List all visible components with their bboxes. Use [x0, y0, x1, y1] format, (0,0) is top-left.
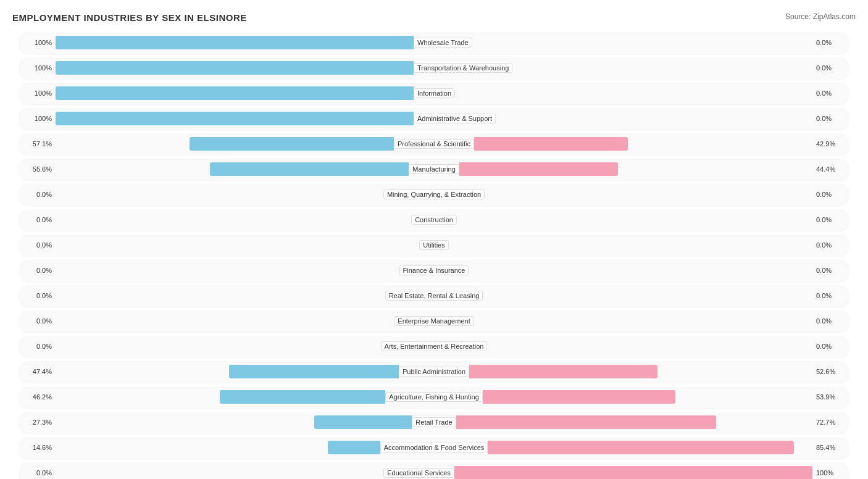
bar-row: 0.0%Enterprise Management0.0%: [19, 312, 849, 330]
female-pct-label: 72.7%: [812, 419, 849, 426]
industry-row: 27.3%Retail Trade72.7%: [19, 412, 849, 435]
page-container: EMPLOYMENT INDUSTRIES BY SEX IN ELSINORE…: [12, 12, 856, 479]
bars-area: Utilities: [56, 236, 812, 254]
female-pct-label: 53.9%: [812, 393, 849, 401]
male-bar: [56, 86, 414, 100]
bar-row: 0.0%Construction0.0%: [19, 210, 849, 229]
bars-area: Arts, Entertainment & Recreation: [56, 338, 812, 355]
male-bar: [210, 162, 409, 176]
female-pct-label: 44.4%: [812, 165, 849, 173]
female-pct-label: 0.0%: [812, 90, 849, 97]
bar-row: 55.6%Manufacturing44.4%: [19, 160, 849, 178]
bars-area: Transportation & Warehousing: [56, 59, 812, 77]
bars-area: Enterprise Management: [56, 312, 812, 330]
industry-name-label: Manufacturing: [409, 164, 459, 174]
industry-row: 47.4%Public Administration52.6%: [19, 361, 849, 384]
female-pct-label: 0.0%: [812, 241, 849, 249]
industry-row: 0.0%Mining, Quarrying, & Extraction0.0%: [19, 184, 849, 207]
female-bar: [456, 415, 717, 429]
female-pct-label: 42.9%: [812, 140, 849, 148]
male-pct-label: 0.0%: [19, 267, 56, 274]
female-pct-label: 0.0%: [812, 64, 849, 72]
female-bar: [483, 390, 676, 404]
male-pct-label: 100%: [19, 90, 56, 97]
industry-row: 0.0%Utilities0.0%: [19, 235, 849, 257]
chart-area: 100%Wholesale Trade0.0%100%Transportatio…: [12, 32, 856, 479]
industry-name-label: Utilities: [419, 240, 448, 250]
industry-name-label: Mining, Quarrying, & Extraction: [383, 190, 485, 199]
bars-area: Accommodation & Food Services: [56, 439, 812, 456]
bars-area: Public Administration: [56, 363, 812, 380]
male-pct-label: 0.0%: [19, 191, 56, 198]
bars-area: Agriculture, Fishing & Hunting: [56, 388, 812, 406]
male-pct-label: 46.2%: [19, 393, 56, 401]
bar-row: 14.6%Accommodation & Food Services85.4%: [19, 438, 849, 457]
chart-title: EMPLOYMENT INDUSTRIES BY SEX IN ELSINORE: [12, 12, 247, 23]
bars-area: Manufacturing: [56, 160, 812, 178]
industry-row: 46.2%Agriculture, Fishing & Hunting53.9%: [19, 386, 849, 409]
bar-row: 0.0%Educational Services100%: [19, 464, 849, 479]
male-pct-label: 55.6%: [19, 165, 56, 173]
bar-row: 100%Administrative & Support0.0%: [19, 109, 849, 128]
industry-row: 0.0%Enterprise Management0.0%: [19, 310, 849, 333]
bar-row: 0.0%Mining, Quarrying, & Extraction0.0%: [19, 185, 849, 204]
industry-name-label: Construction: [411, 215, 457, 225]
male-pct-label: 0.0%: [19, 469, 56, 477]
industry-name-label: Administrative & Support: [414, 114, 496, 123]
male-pct-label: 0.0%: [19, 216, 56, 223]
industry-row: 0.0%Finance & Insurance0.0%: [19, 260, 849, 283]
bars-area: Finance & Insurance: [56, 262, 812, 279]
female-pct-label: 0.0%: [812, 39, 849, 46]
male-pct-label: 0.0%: [19, 343, 56, 350]
bar-row: 27.3%Retail Trade72.7%: [19, 413, 849, 431]
bars-area: Wholesale Trade: [56, 34, 812, 51]
female-pct-label: 0.0%: [812, 267, 849, 274]
female-pct-label: 0.0%: [812, 292, 849, 299]
industry-row: 100%Transportation & Warehousing0.0%: [19, 57, 849, 80]
bar-row: 0.0%Utilities0.0%: [19, 236, 849, 254]
female-pct-label: 0.0%: [812, 115, 849, 122]
male-pct-label: 100%: [19, 115, 56, 122]
male-bar: [56, 112, 414, 125]
male-pct-label: 14.6%: [19, 444, 56, 451]
male-pct-label: 100%: [19, 39, 56, 46]
male-bar: [314, 415, 412, 429]
industry-name-label: Real Estate, Rental & Leasing: [385, 291, 483, 301]
industry-row: 100%Administrative & Support0.0%: [19, 108, 849, 131]
male-pct-label: 0.0%: [19, 241, 56, 249]
bars-area: Mining, Quarrying, & Extraction: [56, 186, 812, 203]
female-bar: [488, 441, 793, 454]
industry-row: 0.0%Real Estate, Rental & Leasing0.0%: [19, 285, 849, 308]
industry-name-label: Educational Services: [383, 468, 454, 478]
female-pct-label: 0.0%: [812, 317, 849, 325]
industry-row: 0.0%Educational Services100%: [19, 462, 849, 479]
industry-name-label: Transportation & Warehousing: [414, 63, 512, 73]
bar-row: 0.0%Real Estate, Rental & Leasing0.0%: [19, 286, 849, 305]
bars-area: Professional & Scientific: [56, 135, 812, 152]
male-pct-label: 47.4%: [19, 368, 56, 375]
female-bar: [454, 466, 812, 479]
bar-row: 57.1%Professional & Scientific42.9%: [19, 135, 849, 153]
bar-row: 0.0%Arts, Entertainment & Recreation0.0%: [19, 337, 849, 356]
industry-name-label: Retail Trade: [412, 417, 456, 427]
female-pct-label: 100%: [812, 469, 849, 477]
industry-name-label: Information: [414, 88, 455, 98]
industry-row: 0.0%Construction0.0%: [19, 209, 849, 232]
source-text: Source: ZipAtlas.com: [785, 12, 856, 21]
bar-row: 100%Information0.0%: [19, 84, 849, 102]
industry-name-label: Agriculture, Fishing & Hunting: [385, 392, 483, 402]
male-pct-label: 100%: [19, 64, 56, 72]
bar-row: 0.0%Finance & Insurance0.0%: [19, 261, 849, 280]
female-pct-label: 52.6%: [812, 368, 849, 375]
bar-row: 100%Wholesale Trade0.0%: [19, 33, 849, 52]
industry-row: 100%Wholesale Trade0.0%: [19, 32, 849, 55]
industry-name-label: Enterprise Management: [394, 316, 474, 326]
industry-name-label: Arts, Entertainment & Recreation: [381, 341, 488, 351]
bars-area: Information: [56, 85, 812, 102]
female-bar: [474, 137, 628, 151]
male-bar: [56, 61, 414, 75]
industry-row: 14.6%Accommodation & Food Services85.4%: [19, 437, 849, 460]
female-bar: [459, 162, 619, 176]
bars-area: Construction: [56, 211, 812, 228]
industry-name-label: Accommodation & Food Services: [380, 443, 488, 452]
